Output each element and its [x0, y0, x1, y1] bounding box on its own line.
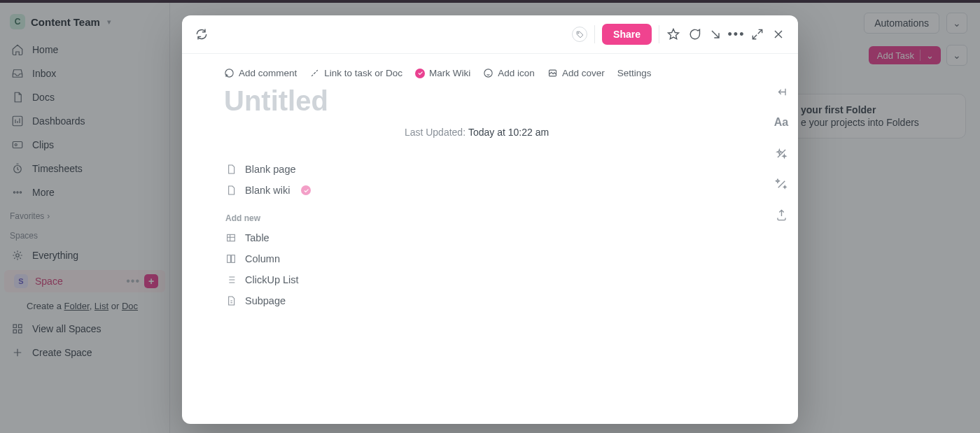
template-label: Column: [245, 253, 280, 264]
export-icon[interactable]: [774, 208, 788, 222]
more-icon[interactable]: •••: [729, 27, 743, 41]
collapse-icon[interactable]: [774, 85, 788, 99]
doc-title-input[interactable]: Untitled: [224, 85, 729, 117]
addnew-column[interactable]: Column: [224, 248, 729, 269]
svg-rect-17: [227, 255, 231, 263]
action-label: Add icon: [498, 68, 535, 78]
modal-overlay: Share ••• Add comment Link to task or Do…: [0, 0, 980, 433]
add-new-label: Add new: [225, 213, 729, 223]
typography-icon[interactable]: Aa: [774, 115, 788, 129]
template-label: Table: [245, 232, 270, 243]
close-icon[interactable]: [771, 27, 785, 41]
template-label: Subpage: [245, 295, 286, 306]
mark-wiki-action[interactable]: Mark Wiki: [415, 68, 470, 78]
template-blank-page[interactable]: Blank page: [224, 159, 729, 180]
last-updated: Last Updated: Today at 10:22 am: [224, 127, 729, 138]
wiki-badge-icon: [415, 69, 425, 78]
template-label: Blank page: [245, 164, 296, 175]
doc-modal: Share ••• Add comment Link to task or Do…: [182, 15, 798, 424]
last-updated-label: Last Updated:: [405, 127, 465, 138]
svg-rect-18: [232, 255, 235, 263]
last-updated-value: Today at 10:22 am: [468, 127, 549, 138]
add-comment-action[interactable]: Add comment: [224, 68, 297, 78]
template-label: ClickUp List: [245, 274, 299, 285]
action-label: Settings: [617, 68, 652, 78]
action-label: Add cover: [562, 68, 605, 78]
settings-action[interactable]: Settings: [617, 68, 652, 78]
magic-wand-icon[interactable]: [774, 177, 788, 191]
addnew-table[interactable]: Table: [224, 227, 729, 248]
addnew-subpage[interactable]: Subpage: [224, 290, 729, 311]
addnew-clickup-list[interactable]: ClickUp List: [224, 269, 729, 290]
svg-rect-16: [227, 234, 235, 241]
comment-icon[interactable]: [687, 27, 701, 41]
share-button[interactable]: Share: [602, 24, 652, 45]
action-label: Add comment: [239, 68, 297, 78]
divider: [594, 25, 595, 43]
divider: [659, 25, 659, 43]
download-icon[interactable]: [708, 27, 722, 41]
template-blank-wiki[interactable]: Blank wiki: [224, 180, 729, 201]
wiki-check-icon: [301, 185, 311, 195]
svg-point-14: [484, 69, 492, 77]
refresh-icon[interactable]: [195, 27, 209, 41]
expand-icon[interactable]: [750, 27, 764, 41]
star-icon[interactable]: [666, 27, 680, 41]
add-icon-action[interactable]: Add icon: [483, 68, 535, 78]
action-label: Link to task or Doc: [324, 68, 402, 78]
add-cover-action[interactable]: Add cover: [547, 68, 605, 78]
tag-icon[interactable]: [572, 27, 587, 42]
svg-point-12: [578, 32, 578, 33]
action-label: Mark Wiki: [429, 68, 470, 78]
template-label: Blank wiki: [245, 185, 290, 196]
ai-icon[interactable]: [774, 146, 788, 160]
link-task-action[interactable]: Link to task or Doc: [309, 68, 402, 78]
